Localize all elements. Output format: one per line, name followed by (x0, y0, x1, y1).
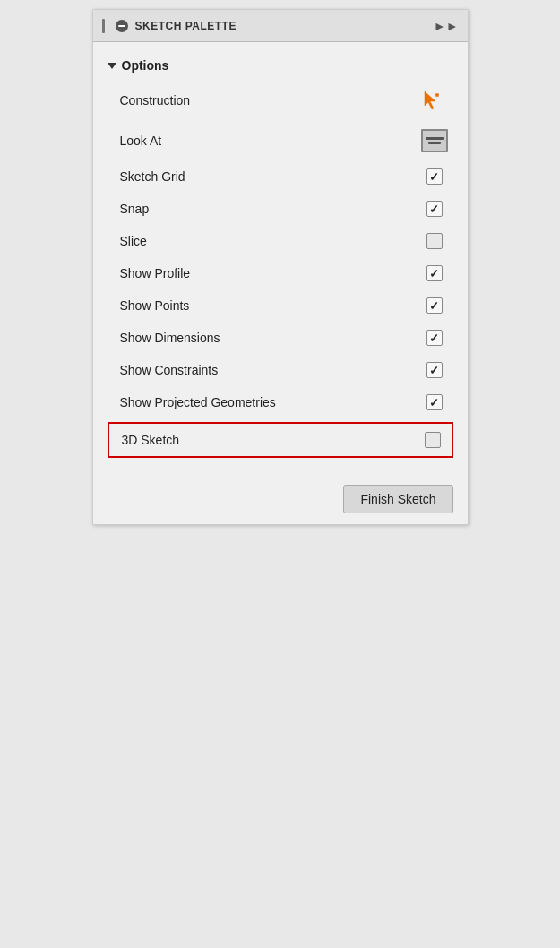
option-row-snap: Snap (108, 193, 453, 225)
show-points-control[interactable] (421, 297, 448, 314)
option-label-sketch-grid: Sketch Grid (120, 169, 185, 184)
sketch-grid-control[interactable] (421, 168, 448, 185)
option-label-look-at: Look At (120, 134, 162, 148)
snap-control[interactable] (421, 201, 448, 217)
options-list: Construction (108, 80, 453, 461)
sketch-grid-checkbox[interactable] (426, 168, 443, 185)
show-projected-geometries-checkbox[interactable] (426, 394, 443, 410)
3d-sketch-control[interactable] (419, 432, 446, 448)
show-points-checkbox[interactable] (426, 297, 443, 314)
show-dimensions-control[interactable] (421, 330, 448, 346)
option-label-show-projected-geometries: Show Projected Geometries (120, 395, 276, 409)
show-profile-control[interactable] (421, 265, 448, 281)
slice-control[interactable] (421, 233, 448, 249)
option-row-3d-sketch: 3D Sketch (108, 422, 453, 458)
palette-body: Options Construction (93, 42, 468, 470)
palette-footer: Finish Sketch (93, 474, 468, 524)
slice-checkbox[interactable] (426, 233, 443, 249)
snap-checkbox[interactable] (426, 201, 443, 217)
option-row-show-profile: Show Profile (108, 257, 453, 289)
option-row-show-projected-geometries: Show Projected Geometries (108, 386, 453, 418)
option-label-show-points: Show Points (120, 298, 190, 313)
lookat-line-1 (426, 137, 444, 140)
show-constraints-checkbox[interactable] (426, 362, 443, 378)
show-constraints-control[interactable] (421, 362, 448, 378)
option-row-show-points: Show Points (108, 289, 453, 322)
option-label-3d-sketch: 3D Sketch (122, 433, 180, 447)
options-section-header[interactable]: Options (108, 51, 453, 80)
option-row-slice: Slice (108, 225, 453, 257)
expand-triangle-icon (108, 63, 116, 69)
look-at-control[interactable] (421, 129, 448, 152)
lookat-line-2 (428, 142, 441, 144)
fast-forward-icon[interactable]: ►► (434, 19, 459, 33)
show-projected-geometries-control[interactable] (421, 394, 448, 410)
palette-header-left: SKETCH PALETTE (102, 19, 237, 33)
option-label-construction: Construction (120, 93, 191, 108)
finish-sketch-button[interactable]: Finish Sketch (343, 485, 452, 513)
palette-header-right: ►► (434, 19, 459, 33)
palette-title: SKETCH PALETTE (135, 20, 237, 32)
option-row-show-dimensions: Show Dimensions (108, 322, 453, 354)
collapse-icon[interactable] (116, 20, 128, 32)
construction-icon (419, 88, 448, 113)
options-section-title: Options (122, 58, 169, 73)
show-profile-checkbox[interactable] (426, 265, 443, 281)
drag-handle-icon (102, 19, 105, 33)
svg-marker-0 (425, 91, 435, 109)
option-row-look-at: Look At (108, 121, 453, 160)
option-label-show-constraints: Show Constraints (120, 363, 219, 377)
option-row-show-constraints: Show Constraints (108, 354, 453, 386)
option-label-show-profile: Show Profile (120, 266, 191, 280)
look-at-icon (421, 129, 448, 152)
construction-control[interactable] (419, 88, 448, 113)
option-label-snap: Snap (120, 202, 150, 216)
option-row-construction: Construction (108, 80, 453, 121)
3d-sketch-checkbox[interactable] (425, 432, 441, 448)
option-label-show-dimensions: Show Dimensions (120, 331, 220, 345)
show-dimensions-checkbox[interactable] (426, 330, 443, 346)
option-label-slice: Slice (120, 234, 147, 248)
option-row-sketch-grid: Sketch Grid (108, 160, 453, 193)
sketch-palette-panel: SKETCH PALETTE ►► Options Construction (92, 9, 469, 525)
palette-header: SKETCH PALETTE ►► (93, 10, 468, 42)
